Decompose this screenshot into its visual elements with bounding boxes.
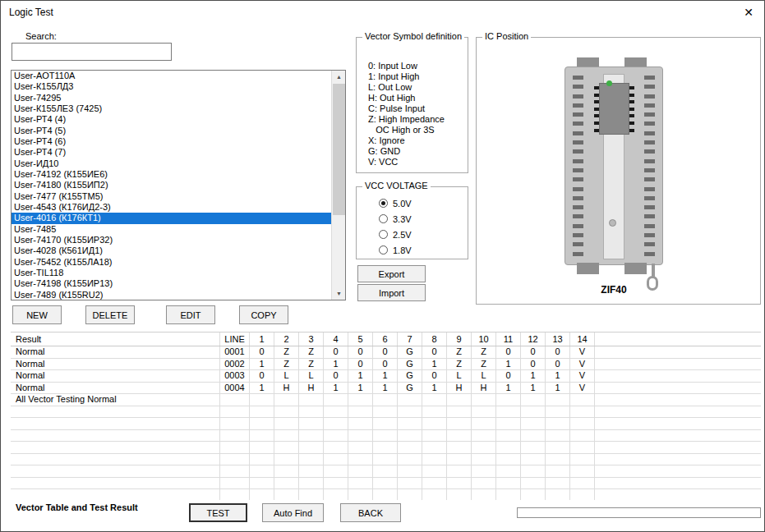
table-row-empty[interactable]: [11, 430, 761, 443]
chip-list-item[interactable]: User-К155ЛД3: [12, 81, 331, 92]
table-cell: [447, 394, 472, 406]
list-scrollbar[interactable]: ▲ ▼: [331, 71, 345, 300]
table-cell: [496, 466, 521, 477]
table-row-empty[interactable]: [11, 442, 761, 454]
chip-list-item[interactable]: User-75452 (К155ЛА18): [12, 257, 331, 268]
table-cell: 1: [546, 370, 570, 382]
table-cell: [595, 359, 761, 370]
edit-button[interactable]: EDIT: [166, 305, 215, 324]
scroll-up-icon[interactable]: ▲: [332, 71, 346, 83]
chip-list-item[interactable]: User-AOT110A: [12, 71, 331, 81]
chip-list-item[interactable]: User-7485: [12, 224, 331, 235]
pin-slot: [629, 108, 634, 111]
table-cell: [324, 430, 348, 442]
table-cell: [220, 489, 250, 500]
scroll-down-icon[interactable]: ▼: [332, 287, 346, 300]
table-row[interactable]: Normal00010ZZ000G0ZZ000V: [11, 346, 761, 359]
chip-list-item[interactable]: User-7477 (К155ТМ5): [12, 191, 331, 202]
copy-button[interactable]: COPY: [239, 305, 288, 324]
table-cell: [274, 478, 299, 489]
chip-list-item[interactable]: User-РТ4 (5): [12, 126, 331, 136]
table-cell: [521, 418, 546, 429]
table-row-empty[interactable]: [11, 466, 761, 478]
pin-slot: [573, 140, 583, 144]
vcc-option[interactable]: 1.8V: [379, 242, 464, 258]
export-button[interactable]: Export: [357, 265, 426, 282]
radio-icon: [379, 230, 388, 239]
table-cell: [472, 406, 496, 418]
table-cell: [398, 466, 422, 477]
vcc-option[interactable]: 5.0V: [379, 195, 464, 211]
table-cell: [398, 478, 422, 489]
chip-list-item[interactable]: User-РТ4 (7): [12, 147, 331, 158]
chip-list-item[interactable]: User-74170 (К155ИР32): [12, 235, 331, 245]
chip-list-item[interactable]: User-4543 (К176ИД2-3): [12, 202, 331, 213]
chip-list-item[interactable]: User-74198 (К155ИР13): [12, 278, 331, 289]
pin-slot: [644, 196, 655, 200]
table-row[interactable]: Normal00021ZZ100G1ZZ100V: [11, 359, 761, 371]
vcc-option-label: 5.0V: [393, 199, 412, 209]
table-cell: 0: [496, 346, 521, 358]
vector-symbol-group-title: Vector Symbol definition: [362, 31, 464, 41]
table-cell: [595, 394, 761, 406]
vcc-option[interactable]: 2.5V: [379, 227, 464, 242]
new-button[interactable]: NEW: [12, 305, 62, 324]
table-row-empty[interactable]: [11, 418, 761, 430]
table-row-empty[interactable]: [11, 454, 761, 466]
table-cell: 0003: [220, 370, 250, 382]
table-cell: [472, 394, 496, 406]
table-row-empty[interactable]: [11, 478, 761, 490]
pin-slot: [644, 103, 655, 108]
table-row-empty[interactable]: [11, 406, 761, 419]
test-button[interactable]: TEST: [189, 503, 247, 522]
vector-symbol-group: Vector Symbol definition 0: Input Low1: …: [356, 37, 468, 173]
table-cell: [546, 430, 570, 442]
table-row[interactable]: All Vector Testing Normal: [11, 394, 761, 406]
vector-symbol-line: Z: High Impedance: [368, 114, 464, 125]
table-cell: [546, 442, 570, 453]
table-cell: [373, 406, 398, 418]
vector-symbol-line: OC High or 3S: [368, 125, 464, 135]
table-cell: 5: [348, 332, 373, 346]
back-button[interactable]: BACK: [340, 503, 401, 522]
chip-list-item[interactable]: User-74192 (К155ИЕ6): [12, 169, 331, 180]
chip-list-item[interactable]: User-74295: [12, 93, 331, 103]
table-cell: [220, 406, 250, 418]
table-cell: [274, 442, 299, 453]
table-cell: Z: [472, 346, 496, 358]
chip-list-item[interactable]: User-TIL118: [12, 268, 331, 278]
table-row[interactable]: Normal00041HH111G1HH111V: [11, 383, 761, 395]
table-cell: 7: [398, 332, 422, 346]
search-input[interactable]: [12, 43, 172, 61]
chip-list-item[interactable]: User-7489 (К155RU2): [12, 290, 331, 300]
table-cell: 13: [546, 332, 570, 346]
chip-list-item[interactable]: User-РТ4 (4): [12, 114, 331, 125]
vcc-option[interactable]: 3.3V: [379, 211, 464, 227]
chip-list-item[interactable]: User-ИД10: [12, 158, 331, 169]
table-cell: 1: [324, 383, 348, 394]
table-row-empty[interactable]: [11, 489, 761, 500]
scrollbar-thumb[interactable]: [333, 84, 345, 215]
chip-list-item[interactable]: User-4016 (К176КТ1): [12, 213, 331, 223]
table-cell: [373, 418, 398, 429]
chip-list-item[interactable]: User-РТ4 (6): [12, 136, 331, 147]
delete-button[interactable]: DELETE: [85, 305, 135, 324]
table-cell: [299, 442, 324, 453]
logic-test-window: Logic Test ✕ Search: User-AOT110AUser-К1…: [0, 0, 765, 532]
chip-list-item[interactable]: User-К155ЛЕ3 (7425): [12, 103, 331, 114]
table-cell: [348, 394, 373, 406]
chip-list-item[interactable]: User-4028 (К561ИД1): [12, 245, 331, 256]
table-cell: [220, 466, 250, 477]
close-icon[interactable]: ✕: [738, 3, 759, 21]
table-cell: [521, 406, 546, 418]
auto-find-button[interactable]: Auto Find: [262, 503, 324, 522]
chip-list-item[interactable]: User-74180 (К155ИП2): [12, 180, 331, 190]
table-row[interactable]: Normal00030LL011G0LL011V: [11, 370, 761, 383]
table-cell: [570, 489, 595, 500]
import-button[interactable]: Import: [357, 284, 426, 301]
table-cell: [324, 442, 348, 453]
vector-symbol-line: H: Out High: [368, 93, 464, 103]
table-cell: 0: [496, 370, 521, 382]
table-cell: Normal: [11, 346, 220, 358]
table-cell: [398, 418, 422, 429]
